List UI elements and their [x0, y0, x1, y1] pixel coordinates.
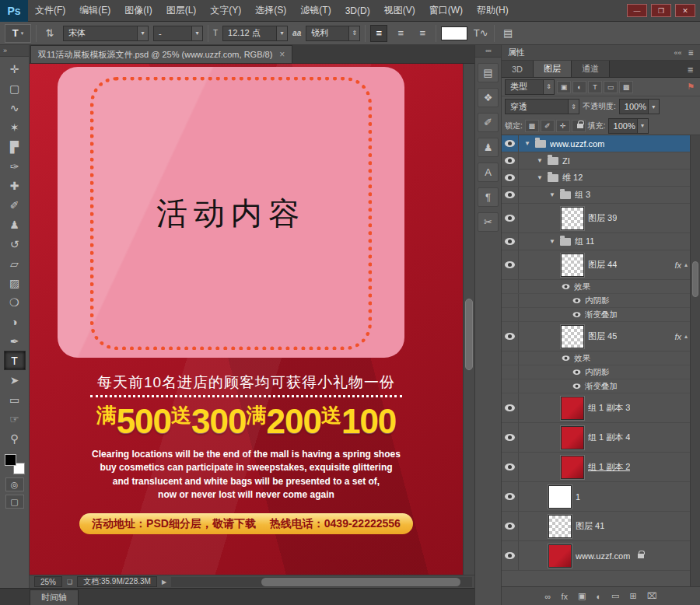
- layer-row[interactable]: ▼组 11: [502, 233, 700, 250]
- layer-row[interactable]: 图层 41: [502, 512, 700, 541]
- layer-style-icon[interactable]: fx: [561, 592, 568, 601]
- anti-alias-select[interactable]: 锐利 ⇕: [306, 26, 360, 41]
- layer-visibility-toggle[interactable]: [502, 187, 519, 203]
- quick-selection-tool[interactable]: ✶: [4, 117, 26, 137]
- eraser-tool[interactable]: ▱: [4, 254, 26, 273]
- filter-type-select[interactable]: 类型 ⇕: [505, 79, 555, 95]
- minimize-button[interactable]: —: [627, 4, 647, 17]
- lasso-tool[interactable]: ∿: [4, 98, 26, 117]
- gradient-tool[interactable]: ▨: [4, 273, 26, 292]
- layer-row[interactable]: 图层 44fx▴: [502, 250, 700, 280]
- move-tool[interactable]: ✛: [4, 59, 26, 79]
- panel-tabs-menu-icon[interactable]: ≣: [688, 65, 700, 77]
- align-left-button[interactable]: ≡: [370, 25, 387, 42]
- font-family-select[interactable]: 宋体 ▾: [63, 26, 149, 41]
- blur-tool[interactable]: ❍: [4, 292, 26, 312]
- menu-item[interactable]: 滤镜(T): [293, 0, 338, 21]
- screen-mode-button[interactable]: ▢: [5, 495, 24, 509]
- history-brush-tool[interactable]: ↺: [4, 234, 26, 254]
- link-layers-icon[interactable]: ∞: [545, 592, 551, 601]
- filter-adjustment-layers-icon[interactable]: ◐: [572, 81, 586, 93]
- pen-tool[interactable]: ✒: [4, 331, 26, 351]
- poster-canvas[interactable]: 活动内容 每天前10名进店的顾客均可获得小礼物一份 满500送300满200送1…: [30, 64, 463, 575]
- quick-mask-button[interactable]: ◎: [5, 477, 24, 491]
- layer-visibility-toggle[interactable]: [502, 482, 519, 511]
- layer-effect-row[interactable]: 内阴影: [502, 365, 700, 379]
- group-expand-icon[interactable]: ▼: [548, 191, 556, 198]
- menu-item[interactable]: 视图(V): [377, 0, 422, 21]
- character-panel-icon[interactable]: A: [478, 163, 499, 182]
- layer-row[interactable]: 图层 39: [502, 204, 700, 233]
- layer-visibility-toggle[interactable]: [502, 204, 519, 233]
- layer-row[interactable]: 组 1 副本 4: [502, 423, 700, 453]
- align-center-button[interactable]: ≡: [392, 25, 409, 42]
- effect-visibility-toggle[interactable]: [562, 355, 570, 361]
- effect-visibility-toggle[interactable]: [573, 369, 581, 375]
- new-adjustment-layer-icon[interactable]: ◐: [596, 592, 601, 601]
- layer-row[interactable]: ▼组 3: [502, 187, 700, 204]
- text-orientation-toggle-icon[interactable]: ⇅: [41, 25, 58, 42]
- zoom-tool[interactable]: ⚲: [4, 428, 26, 448]
- opacity-select[interactable]: 100% ▾: [619, 99, 660, 114]
- menu-item[interactable]: 文件(F): [28, 0, 72, 21]
- layer-visibility-toggle[interactable]: [502, 322, 519, 351]
- collapse-effects-icon[interactable]: ▴: [684, 261, 688, 268]
- collapse-effects-icon[interactable]: ▴: [684, 333, 688, 340]
- vertical-scrollbar[interactable]: [463, 64, 474, 575]
- font-size-select[interactable]: 12.12 点 ▾: [222, 26, 288, 41]
- menu-item[interactable]: 3D(D): [338, 0, 377, 21]
- fill-select[interactable]: 100% ▾: [608, 118, 649, 134]
- panel-tab[interactable]: 通道: [572, 61, 610, 77]
- layer-effect-row[interactable]: 效果: [502, 280, 700, 294]
- crop-tool[interactable]: ▛: [4, 137, 26, 156]
- layer-visibility-toggle[interactable]: [502, 423, 519, 452]
- new-group-icon[interactable]: ▭: [611, 591, 619, 601]
- expand-panels-icon[interactable]: ««: [475, 45, 501, 58]
- layer-row[interactable]: ▼维 12: [502, 170, 700, 187]
- layer-visibility-toggle[interactable]: [502, 541, 519, 570]
- effect-visibility-toggle[interactable]: [573, 312, 581, 317]
- menu-item[interactable]: 文字(Y): [203, 0, 248, 21]
- layer-row[interactable]: ▼ZI: [502, 152, 700, 170]
- filter-smart-objects-icon[interactable]: ▩: [619, 81, 633, 93]
- group-expand-icon[interactable]: ▼: [536, 174, 544, 181]
- hand-tool[interactable]: ☞: [4, 409, 26, 428]
- warp-text-icon[interactable]: T∿: [472, 25, 489, 42]
- collapse-panel-icon[interactable]: ««: [674, 49, 681, 57]
- effect-visibility-toggle[interactable]: [562, 284, 570, 289]
- panel-tab[interactable]: 图层: [534, 61, 572, 77]
- layer-visibility-toggle[interactable]: [502, 170, 519, 186]
- layer-row[interactable]: 组 1 副本 2: [502, 453, 700, 482]
- layer-row[interactable]: 1: [502, 482, 700, 512]
- close-button[interactable]: ✕: [675, 4, 695, 17]
- blend-mode-select[interactable]: 穿透 ⇕: [505, 99, 579, 114]
- layers-scrollbar-thumb[interactable]: [692, 261, 698, 297]
- layer-visibility-toggle[interactable]: [502, 152, 519, 169]
- tab-close-icon[interactable]: ×: [279, 49, 285, 60]
- layer-visibility-toggle[interactable]: [502, 512, 519, 540]
- effect-visibility-toggle[interactable]: [573, 383, 581, 389]
- brush-tool[interactable]: ✐: [4, 195, 26, 215]
- layer-visibility-toggle[interactable]: [502, 233, 519, 250]
- vertical-scrollbar-thumb[interactable]: [465, 299, 473, 370]
- layer-row[interactable]: 图层 45fx▴: [502, 322, 700, 351]
- layer-effect-row[interactable]: 效果: [502, 351, 700, 365]
- layer-visibility-toggle[interactable]: [502, 453, 519, 481]
- lock-all-icon[interactable]: [572, 120, 586, 132]
- clone-stamp-tool[interactable]: ♟: [4, 215, 26, 234]
- tool-preset-picker[interactable]: T ▾: [5, 24, 31, 43]
- filter-toggle-icon[interactable]: ⚑: [687, 82, 697, 92]
- group-expand-icon[interactable]: ▼: [536, 157, 544, 164]
- properties-panel-header[interactable]: 属性 «« ≣: [502, 45, 700, 61]
- filter-pixel-layers-icon[interactable]: ▣: [557, 81, 571, 93]
- layer-visibility-toggle[interactable]: [502, 135, 519, 152]
- path-selection-tool[interactable]: ➤: [4, 370, 26, 390]
- type-tool[interactable]: T: [4, 351, 26, 370]
- add-layer-mask-icon[interactable]: ▣: [578, 591, 586, 601]
- horizontal-scrollbar[interactable]: [171, 577, 472, 587]
- layer-row[interactable]: www.uzzf.com: [502, 541, 700, 571]
- panel-tab[interactable]: 3D: [502, 61, 534, 77]
- lock-image-pixels-icon[interactable]: ✐: [541, 120, 555, 132]
- lock-position-icon[interactable]: ✛: [556, 120, 570, 132]
- layer-effect-row[interactable]: 渐变叠加: [502, 379, 700, 393]
